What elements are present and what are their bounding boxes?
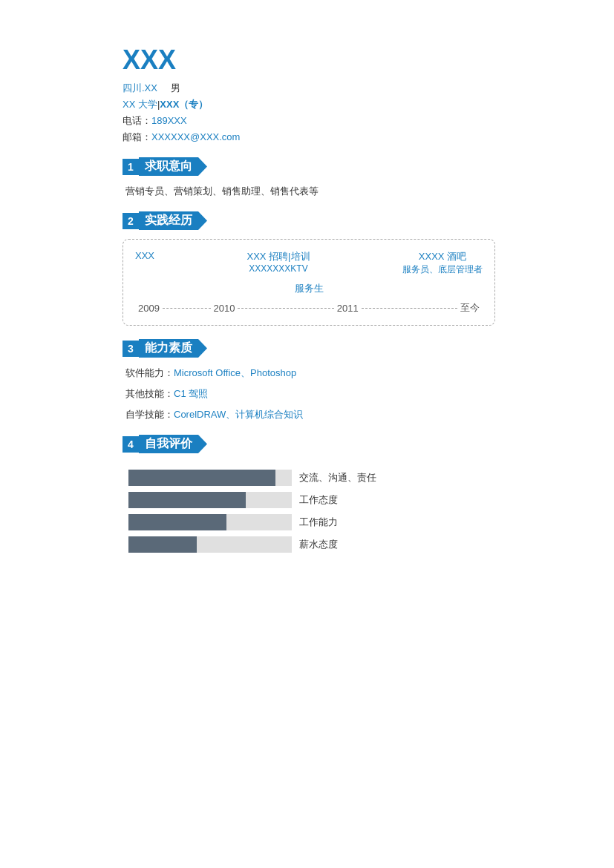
bar-row: 工作能力 [128, 514, 495, 530]
bar-row: 交流、沟通、责任 [128, 470, 495, 486]
skill-selflearn: 自学技能：CorelDRAW、计算机综合知识 [123, 408, 495, 421]
section-title-2: 实践经历 [139, 211, 207, 230]
bar-row: 薪水态度 [128, 536, 495, 553]
section-title-3: 能力素质 [139, 339, 207, 358]
bar-label: 工作态度 [299, 493, 338, 507]
bar-label: 交流、沟通、责任 [299, 471, 376, 484]
timeline-entry-2: XXX 招聘|培训 XXXXXXXKTV [247, 250, 310, 276]
bar-track [128, 514, 292, 530]
section-number-4: 4 [123, 436, 139, 453]
timeline-entries: XXX XXX 招聘|培训 XXXXXXXKTV XXXX 酒吧 服务员、底层管… [135, 250, 483, 276]
timeline-entry-1: XXX [135, 250, 154, 276]
bar-track [128, 536, 292, 553]
timeline-entry-3: XXXX 酒吧 服务员、底层管理者 [402, 250, 483, 276]
section-ability-header: 3 能力素质 [123, 339, 495, 358]
timeline-box: XXX XXX 招聘|培训 XXXXXXXKTV XXXX 酒吧 服务员、底层管… [123, 239, 495, 326]
timeline-bar: 2009 2010 2011 至今 [135, 301, 483, 315]
skill-software: 软件能力：Microsoft Office、Photoshop [123, 366, 495, 380]
bar-fill [128, 492, 246, 508]
bar-track [128, 492, 292, 508]
info-school: XX 大学|XXX（专） [123, 98, 495, 111]
bar-label: 工作能力 [299, 516, 338, 529]
section-number-3: 3 [123, 341, 139, 357]
info-email: 邮箱：XXXXXX@XXX.com [123, 131, 495, 144]
bar-chart: 交流、沟通、责任工作态度工作能力薪水态度 [128, 462, 495, 566]
bar-fill [128, 470, 275, 486]
timeline-role: 服务生 [135, 282, 483, 295]
bar-label: 薪水态度 [299, 538, 338, 551]
section-title-1: 求职意向 [139, 157, 207, 176]
section-experience-header: 2 实践经历 [123, 211, 495, 230]
header: XXX 四川.XX 男 XX 大学|XXX（专） 电话：189XXX 邮箱：XX… [123, 45, 495, 144]
section-title-4: 自我评价 [139, 435, 207, 453]
section-number-1: 1 [123, 159, 139, 175]
info-location-gender: 四川.XX 男 [123, 82, 495, 95]
name: XXX [123, 45, 495, 76]
info-phone: 电话：189XXX [123, 114, 495, 128]
bar-fill [128, 514, 226, 530]
section-job-intent-header: 1 求职意向 [123, 157, 495, 176]
bar-track [128, 470, 292, 486]
section-self-eval-header: 4 自我评价 [123, 435, 495, 453]
job-intent-content: 营销专员、营销策划、销售助理、销售代表等 [123, 185, 495, 198]
bar-row: 工作态度 [128, 492, 495, 508]
bar-fill [128, 536, 197, 553]
skill-other: 其他技能：C1 驾照 [123, 387, 495, 401]
section-number-2: 2 [123, 213, 139, 229]
